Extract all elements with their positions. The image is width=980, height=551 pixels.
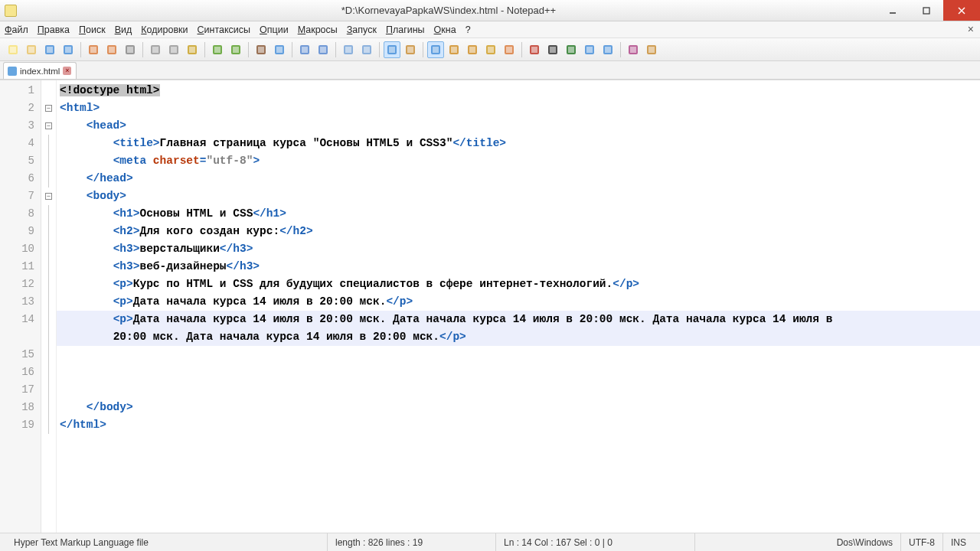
find-icon[interactable] bbox=[253, 41, 270, 58]
code-line[interactable]: <h3>веб-дизайнеры</h3> bbox=[57, 258, 980, 276]
code-line[interactable]: <h1>Основы HTML и CSS</h1> bbox=[57, 205, 980, 223]
fold-cell[interactable]: − bbox=[41, 117, 56, 135]
fold-cell[interactable] bbox=[41, 135, 56, 152]
fold-cell[interactable] bbox=[41, 328, 56, 346]
fold-cell[interactable] bbox=[41, 240, 56, 258]
menu-Поиск[interactable]: Поиск bbox=[79, 24, 106, 35]
mdi-close-icon[interactable]: × bbox=[968, 23, 974, 35]
fold-cell[interactable] bbox=[41, 223, 56, 240]
cut-icon[interactable] bbox=[147, 41, 164, 58]
code-line[interactable]: <h3>верстальщики</h3> bbox=[57, 240, 980, 258]
func-list-icon[interactable] bbox=[482, 41, 499, 58]
close-button[interactable] bbox=[943, 0, 980, 21]
code-line[interactable]: <head> bbox=[57, 117, 980, 135]
play-multi-icon[interactable] bbox=[581, 41, 598, 58]
fold-cell[interactable] bbox=[41, 381, 56, 399]
code-line[interactable]: </html> bbox=[57, 416, 980, 434]
menu-Кодировки[interactable]: Кодировки bbox=[141, 24, 188, 35]
sync-h-icon[interactable] bbox=[358, 41, 375, 58]
copy-icon[interactable] bbox=[165, 41, 182, 58]
replace-icon[interactable] bbox=[271, 41, 288, 58]
fold-cell[interactable] bbox=[41, 205, 56, 223]
menu-Синтаксисы[interactable]: Синтаксисы bbox=[198, 24, 251, 35]
fold-cell[interactable] bbox=[41, 82, 56, 99]
fold-cell[interactable] bbox=[41, 311, 56, 328]
code-line[interactable]: <body> bbox=[57, 187, 980, 205]
record-icon[interactable] bbox=[526, 41, 543, 58]
redo-icon[interactable] bbox=[227, 41, 244, 58]
maximize-button[interactable] bbox=[910, 0, 943, 21]
code-line[interactable]: <title>Главная страница курса "Основы HT… bbox=[57, 135, 980, 152]
code-line[interactable]: </head> bbox=[57, 170, 980, 187]
menu-Опции[interactable]: Опции bbox=[260, 24, 289, 35]
save-all-icon[interactable] bbox=[60, 41, 77, 58]
about-icon[interactable] bbox=[643, 41, 660, 58]
wordwrap-icon[interactable] bbox=[384, 41, 400, 58]
fold-cell[interactable] bbox=[41, 276, 56, 293]
open-icon[interactable] bbox=[23, 41, 40, 58]
fold-cell[interactable] bbox=[41, 346, 56, 364]
show-all-icon[interactable] bbox=[402, 41, 419, 58]
save-macro-icon[interactable] bbox=[599, 41, 616, 58]
menu-Плагины[interactable]: Плагины bbox=[386, 24, 425, 35]
code-line[interactable]: <p>Курс по HTML и CSS для будущих специа… bbox=[57, 276, 980, 293]
status-position: Ln : 14 Col : 167 Sel : 0 | 0 bbox=[496, 533, 695, 551]
stop-icon[interactable] bbox=[544, 41, 561, 58]
code-line[interactable] bbox=[57, 381, 980, 399]
menu-Правка[interactable]: Правка bbox=[38, 24, 70, 35]
status-encoding[interactable]: UTF-8 bbox=[901, 533, 943, 551]
menu-Вид[interactable]: Вид bbox=[115, 24, 132, 35]
paste-icon[interactable] bbox=[184, 41, 201, 58]
code-line[interactable]: <!doctype html> bbox=[57, 82, 980, 99]
code-line[interactable]: <meta charset="utf-8"> bbox=[57, 152, 980, 170]
line-number: 12 bbox=[0, 276, 41, 293]
code-line[interactable]: </body> bbox=[57, 399, 980, 416]
menu-Макросы[interactable]: Макросы bbox=[298, 24, 338, 35]
code-line[interactable]: <html> bbox=[57, 99, 980, 117]
code-line[interactable]: <p>Дата начала курса 14 июля в 20:00 мск… bbox=[57, 293, 980, 311]
editor[interactable]: 12345678910111213141516171819 −−− <!doct… bbox=[0, 80, 980, 533]
menu-Файл[interactable]: Файл bbox=[5, 24, 28, 35]
menu-Запуск[interactable]: Запуск bbox=[347, 24, 377, 35]
new-file-icon[interactable] bbox=[5, 41, 21, 58]
fold-cell[interactable] bbox=[41, 258, 56, 276]
fold-cell[interactable] bbox=[41, 364, 56, 381]
save-icon[interactable] bbox=[41, 41, 58, 58]
code-line[interactable] bbox=[57, 346, 980, 364]
minimize-button[interactable] bbox=[876, 0, 910, 21]
undo-icon[interactable] bbox=[209, 41, 226, 58]
fold-cell[interactable]: − bbox=[41, 187, 56, 205]
file-tab[interactable]: index.html × bbox=[3, 62, 77, 79]
tab-close-icon[interactable]: × bbox=[63, 67, 71, 75]
doc-map-icon[interactable] bbox=[464, 41, 481, 58]
print-icon[interactable] bbox=[122, 41, 139, 58]
code-line[interactable]: <h2>Для кого создан курс:</h2> bbox=[57, 223, 980, 240]
code-line[interactable]: 20:00 мск. Дата начала курса 14 июля в 2… bbox=[57, 328, 980, 346]
spellcheck-icon[interactable] bbox=[625, 41, 642, 58]
line-number: 17 bbox=[0, 381, 41, 399]
indent-guide-icon[interactable] bbox=[427, 41, 444, 58]
code-line[interactable] bbox=[57, 364, 980, 381]
fold-cell[interactable] bbox=[41, 399, 56, 416]
status-eol[interactable]: Dos\Windows bbox=[829, 533, 901, 551]
zoom-in-icon[interactable] bbox=[296, 41, 313, 58]
close-all-icon[interactable] bbox=[103, 41, 120, 58]
fold-cell[interactable] bbox=[41, 293, 56, 311]
zoom-out-icon[interactable] bbox=[315, 41, 332, 58]
menu-?[interactable]: ? bbox=[466, 24, 471, 35]
fold-column[interactable]: −−− bbox=[41, 80, 57, 533]
close-file-icon[interactable] bbox=[85, 41, 102, 58]
user-lang-icon[interactable] bbox=[446, 41, 462, 58]
folder-icon[interactable] bbox=[501, 41, 518, 58]
play-icon[interactable] bbox=[563, 41, 580, 58]
fold-cell[interactable] bbox=[41, 416, 56, 434]
menu-Окна[interactable]: Окна bbox=[434, 24, 456, 35]
sync-v-icon[interactable] bbox=[340, 41, 357, 58]
code-line[interactable]: <p>Дата начала курса 14 июля в 20:00 мск… bbox=[57, 311, 980, 328]
code-area[interactable]: <!doctype html><html> <head> <title>Глав… bbox=[57, 80, 980, 533]
fold-cell[interactable] bbox=[41, 170, 56, 187]
status-insert-mode[interactable]: INS bbox=[943, 533, 974, 551]
line-number: 7 bbox=[0, 187, 41, 205]
fold-cell[interactable] bbox=[41, 152, 56, 170]
fold-cell[interactable]: − bbox=[41, 99, 56, 117]
